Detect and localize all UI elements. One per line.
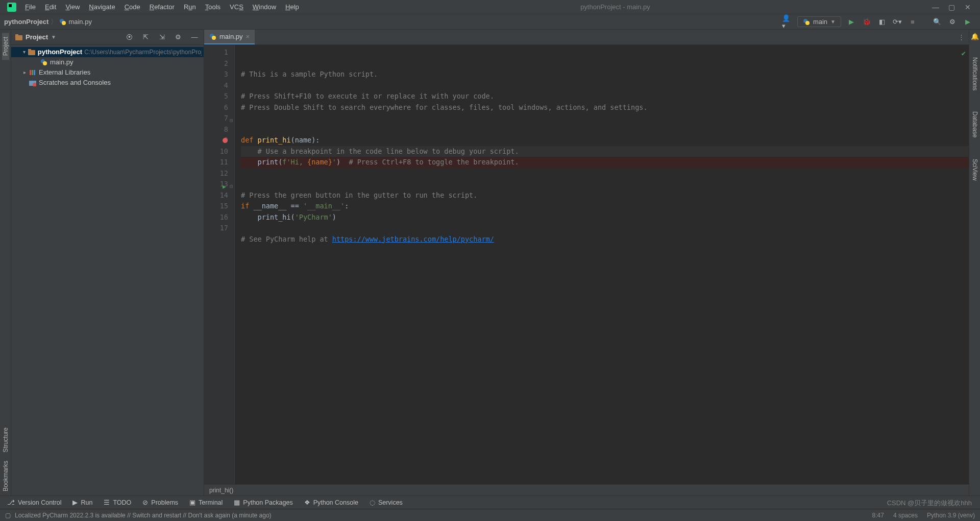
tw-pyconsole[interactable]: ❖Python Console	[304, 499, 358, 506]
bottom-tool-bar: ⎇Version Control ▶Run ☰TODO ⊘Problems ▣T…	[0, 495, 980, 509]
search-icon[interactable]: 🔍	[932, 17, 942, 27]
play-icon: ▶	[72, 499, 78, 506]
stop-button[interactable]: ■	[908, 17, 918, 27]
editor-code[interactable]: # This is a sample Python script. # Pres…	[235, 45, 969, 484]
code-editor[interactable]: 1234567⊟8910111213▶⊟14151617 # This is a…	[204, 45, 969, 484]
svg-rect-9	[28, 49, 31, 51]
expand-all-icon[interactable]: ⇱	[140, 32, 151, 42]
debug-button[interactable]: 🐞	[862, 17, 872, 27]
right-tab-database[interactable]: Database	[971, 107, 978, 141]
editor-tabs: main.py × ⋮	[204, 30, 969, 45]
tree-ext-libraries[interactable]: ▸ External Libraries	[11, 67, 204, 78]
python-icon: ❖	[304, 499, 310, 506]
svg-rect-13	[32, 70, 33, 75]
todo-icon: ☰	[104, 499, 110, 506]
status-message[interactable]: Localized PyCharm 2022.2.3 is available …	[15, 512, 272, 519]
tw-problems[interactable]: ⊘Problems	[142, 499, 178, 506]
python-icon	[803, 18, 810, 26]
window-title: pythonProject - main.py	[304, 3, 927, 11]
python-file-icon	[40, 58, 48, 66]
svg-rect-8	[28, 50, 35, 55]
left-tab-bookmarks[interactable]: Bookmarks	[2, 457, 9, 495]
bc-project[interactable]: pythonProject	[4, 18, 48, 26]
tree-root-name: pythonProject	[38, 47, 82, 57]
status-indent[interactable]: 4 spaces	[893, 512, 918, 519]
menu-navigate[interactable]: Navigate	[84, 0, 119, 14]
svg-point-3	[62, 21, 66, 25]
menu-run[interactable]: Run	[179, 0, 201, 14]
libraries-icon	[29, 68, 37, 77]
menu-vcs[interactable]: VCS	[225, 0, 248, 14]
coverage-button[interactable]: ◧	[877, 17, 887, 27]
profile-button[interactable]: ⟳▾	[892, 17, 902, 27]
collapse-all-icon[interactable]: ⇲	[157, 32, 167, 42]
editor-gutter[interactable]: 1234567⊟8910111213▶⊟14151617	[204, 45, 235, 484]
tree-scratches[interactable]: Scratches and Consoles	[11, 78, 204, 88]
tw-services[interactable]: ◌Services	[370, 499, 403, 506]
left-tab-project[interactable]: Project	[2, 33, 9, 60]
close-button[interactable]: ✕	[965, 4, 972, 11]
maximize-button[interactable]: ▢	[948, 4, 955, 11]
panel-settings-icon[interactable]: ⚙	[173, 32, 183, 42]
menu-edit[interactable]: Edit	[40, 0, 61, 14]
svg-rect-14	[34, 70, 35, 75]
chevron-down-icon: ▼	[830, 19, 836, 25]
status-caret-pos[interactable]: 8:47	[872, 512, 884, 519]
run-config-selector[interactable]: main ▼	[797, 16, 841, 27]
menu-help[interactable]: Help	[281, 0, 304, 14]
tree-root[interactable]: ▾ pythonProject C:\Users\huan\PycharmPro…	[11, 47, 204, 57]
minimize-button[interactable]: —	[932, 4, 939, 11]
file-tab-mainpy[interactable]: main.py ×	[204, 30, 255, 44]
menu-window[interactable]: Window	[248, 0, 281, 14]
tw-run[interactable]: ▶Run	[72, 499, 92, 506]
project-tool-icon	[15, 34, 22, 41]
right-tab-notifications[interactable]: Notifications	[971, 53, 978, 94]
tree-file-mainpy[interactable]: main.py	[11, 57, 204, 67]
status-bar: ▢ Localized PyCharm 2022.2.3 is availabl…	[0, 509, 980, 521]
svg-rect-12	[30, 70, 31, 75]
menu-code[interactable]: Code	[120, 0, 145, 14]
locate-icon[interactable]: ⦿	[124, 32, 134, 42]
tw-terminal[interactable]: ▣Terminal	[189, 499, 223, 506]
project-panel-title: Project	[26, 33, 48, 41]
settings-icon[interactable]: ⚙	[947, 17, 958, 27]
chevron-right-icon: 〉	[51, 17, 57, 27]
folder-icon	[28, 48, 36, 56]
user-icon[interactable]: 👤▾	[782, 17, 792, 27]
menu-file[interactable]: FFileile	[20, 0, 40, 14]
editor-breadcrumb[interactable]: print_hi()	[204, 484, 969, 495]
package-icon: ▦	[234, 499, 240, 506]
menu-refactor[interactable]: Refactor	[145, 0, 179, 14]
hide-toolwindows-icon[interactable]: ▢	[5, 512, 11, 519]
menu-view[interactable]: View	[61, 0, 84, 14]
chevron-down-icon[interactable]: ▼	[51, 34, 56, 40]
close-tab-icon[interactable]: ×	[246, 33, 250, 40]
left-tab-structure[interactable]: Structure	[2, 423, 9, 457]
project-panel: Project ▼ ⦿ ⇱ ⇲ ⚙ — ▾ pythonProject C:\U…	[11, 30, 204, 495]
branch-icon: ⎇	[7, 499, 15, 506]
right-tab-sciview[interactable]: SciView	[971, 155, 978, 184]
chevron-right-icon[interactable]: ▸	[20, 67, 29, 78]
tabs-menu-icon[interactable]: ⋮	[954, 33, 969, 41]
svg-rect-7	[15, 34, 18, 36]
run-anything-icon[interactable]: ▶	[963, 17, 973, 27]
file-tab-label: main.py	[219, 33, 243, 40]
hide-panel-icon[interactable]: —	[189, 32, 200, 42]
tw-pypkg[interactable]: ▦Python Packages	[234, 499, 292, 506]
bc-file[interactable]: main.py	[68, 18, 92, 26]
inspection-ok-icon[interactable]: ✔	[962, 48, 966, 59]
project-tree: ▾ pythonProject C:\Users\huan\PycharmPro…	[11, 45, 204, 90]
scratches-icon	[29, 79, 37, 87]
terminal-icon: ▣	[189, 499, 195, 506]
run-button[interactable]: ▶	[846, 17, 856, 27]
chevron-down-icon[interactable]: ▾	[20, 47, 28, 57]
tw-version-control[interactable]: ⎇Version Control	[7, 499, 61, 506]
bell-icon[interactable]: 🔔	[971, 33, 979, 40]
menu-tools[interactable]: Tools	[201, 0, 225, 14]
tree-file-name: main.py	[50, 57, 74, 67]
status-interpreter[interactable]: Python 3.9 (venv)	[927, 512, 975, 519]
navbar: pythonProject 〉 main.py 👤▾ main ▼ ▶ 🐞 ◧ …	[0, 14, 980, 30]
python-file-icon	[59, 18, 66, 26]
app-icon	[7, 3, 16, 12]
tw-todo[interactable]: ☰TODO	[104, 499, 131, 506]
